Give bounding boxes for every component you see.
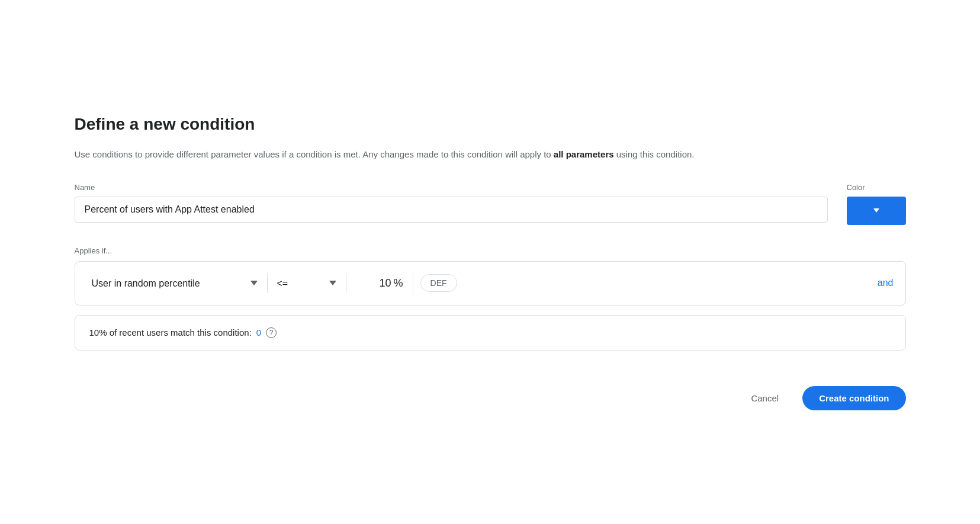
description-text-before-bold: Use conditions to provide different para… [75,149,554,159]
description-bold: all parameters [554,149,614,159]
color-form-group: Color [847,183,906,225]
create-condition-button[interactable]: Create condition [802,386,905,410]
dialog-footer: Cancel Create condition [75,386,906,410]
operator-dropdown-wrapper[interactable]: <= [268,274,346,293]
cancel-button[interactable]: Cancel [741,387,788,409]
def-button[interactable]: DEF [420,274,457,292]
name-label: Name [75,183,828,192]
description-text-after-bold: using this condition. [614,149,695,159]
chevron-down-icon [873,208,879,213]
help-icon[interactable]: ? [266,327,277,338]
condition-type-dropdown-wrapper[interactable]: User in random percentile [87,274,268,293]
condition-type-select[interactable]: User in random percentile [92,278,246,288]
applies-if-label: Applies if... [75,246,906,255]
dialog-title: Define a new condition [75,114,906,135]
name-color-row: Name Color [75,183,906,225]
condition-type-chevron-icon [250,281,258,285]
applies-if-section: Applies if... User in random percentile … [75,246,906,351]
name-input[interactable] [75,197,828,223]
color-picker-button[interactable] [847,197,906,225]
and-link[interactable]: and [866,278,894,288]
match-info-box: 10% of recent users match this condition… [75,315,906,351]
color-label: Color [847,183,906,192]
match-count: 0 [256,327,261,337]
condition-row: User in random percentile <= % DEF and [75,261,906,306]
percentile-value-input[interactable] [356,277,391,290]
value-section: % [346,271,413,295]
match-text-prefix: 10% of recent users match this condition… [89,327,252,337]
percent-symbol: % [394,277,403,290]
operator-chevron-icon [329,281,336,285]
dialog-container: Define a new condition Use conditions to… [46,90,934,433]
dialog-description: Use conditions to provide different para… [75,147,906,162]
name-form-group: Name [75,183,828,223]
operator-select[interactable]: <= [277,278,324,288]
